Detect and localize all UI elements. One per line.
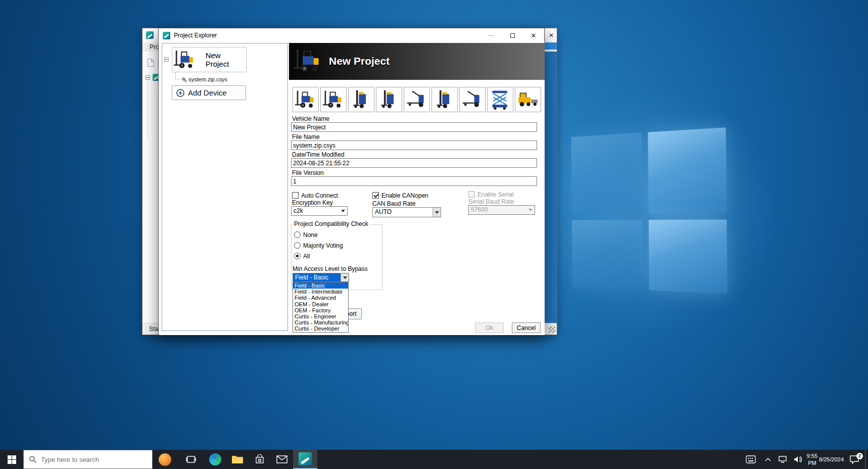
tree-node-label: New Project [206, 51, 246, 68]
min-access-select[interactable]: Field - Basic [293, 273, 349, 282]
dropdown-item[interactable]: OEM - Factory [293, 307, 348, 313]
compatibility-group-label: Project Compatibility Check [293, 220, 370, 227]
serial-baud-label: Serial Baud Rate [468, 198, 514, 205]
tree-collapse-icon[interactable] [164, 57, 169, 62]
dropdown-item[interactable]: Field - Basic [293, 283, 348, 289]
close-button[interactable]: ✕ [523, 28, 544, 42]
notification-badge: 2 [856, 453, 863, 459]
logo-pane [571, 132, 642, 214]
search-icon [29, 455, 37, 463]
date-modified-label: Date/Time Modified [292, 151, 345, 158]
enable-canopen-checkbox[interactable] [372, 192, 379, 199]
taskbar-explorer-button[interactable] [226, 450, 249, 469]
add-icon [176, 89, 184, 97]
vehicle-reach-truck-icon[interactable] [348, 87, 374, 112]
start-button[interactable] [0, 450, 23, 469]
encryption-key-select[interactable]: c2k [291, 206, 348, 216]
taskbar-mail-button[interactable] [271, 450, 293, 469]
auto-connect-checkbox[interactable] [292, 192, 299, 199]
taskbar-search[interactable] [23, 450, 153, 469]
desktop: ✕ Proj Stat Project Explorer ✕ [0, 0, 868, 469]
ok-button: Ok [475, 322, 504, 333]
dropdown-item[interactable]: Curtis - Manufacturing [293, 319, 348, 325]
tree-node-new-project[interactable]: New Project [172, 47, 247, 72]
dropdown-item[interactable]: Curtis - Developer [293, 325, 348, 332]
logo-pane [572, 220, 643, 290]
vehicle-three-wheel-icon[interactable] [320, 87, 347, 112]
tree-connector-line [175, 72, 181, 79]
can-baud-value: AUTO [373, 208, 432, 217]
compat-majority-radio[interactable] [294, 242, 301, 249]
dropdown-arrow-icon [526, 206, 535, 214]
vehicle-scissor-lift-icon[interactable] [487, 87, 513, 112]
enable-serial-checkbox [468, 191, 475, 198]
system-tray: 9:55 PM 8/25/2024 2 [741, 450, 868, 469]
dialog-titlebar[interactable]: Project Explorer ✕ [159, 28, 544, 42]
dropdown-arrow-icon [339, 207, 347, 215]
compat-all-radio[interactable] [294, 253, 301, 259]
tray-network-button[interactable] [775, 450, 790, 469]
weather-widget-button[interactable] [154, 450, 176, 469]
windows-logo-wallpaper [571, 127, 727, 294]
document-icon [148, 59, 154, 67]
file-version-input[interactable] [291, 176, 537, 186]
vehicle-walkie-stacker-icon[interactable] [431, 87, 458, 112]
vehicle-order-picker-icon[interactable] [376, 87, 402, 112]
dropdown-item[interactable]: Field - Advanced [293, 295, 348, 301]
file-name-input[interactable] [291, 140, 537, 150]
encryption-key-value: c2k [292, 207, 339, 215]
can-baud-select[interactable]: AUTO [372, 207, 441, 217]
add-device-button[interactable]: Add Device [172, 85, 246, 100]
dropdown-item[interactable]: Curtis - Engineer [293, 313, 348, 319]
tray-clock[interactable]: 9:55 PM 8/25/2024 [805, 450, 844, 469]
file-version-label: File Version [292, 169, 324, 176]
date-modified-input[interactable] [291, 158, 537, 168]
tray-volume-button[interactable] [790, 450, 805, 469]
add-device-label: Add Device [188, 88, 227, 97]
weather-icon [159, 453, 171, 466]
vehicle-type-row [293, 87, 541, 112]
project-explorer-dialog: Project Explorer ✕ New Project system.zi… [158, 28, 545, 335]
vehicle-name-input[interactable] [291, 122, 537, 132]
tree-expander-icon[interactable] [146, 75, 150, 80]
system-file-icon [181, 76, 187, 82]
dropdown-item[interactable]: Field - Intermediate [293, 289, 348, 295]
tree-node-system-file[interactable]: system.zip.csys [188, 76, 227, 82]
compat-majority-label: Majority Voting [303, 242, 343, 249]
tray-overflow-button[interactable] [761, 450, 775, 469]
taskbar-edge-button[interactable] [204, 450, 226, 469]
dialog-app-icon [163, 32, 170, 39]
vehicle-low-lifter-icon[interactable] [459, 87, 486, 112]
enable-serial-label: Enable Serial [477, 191, 513, 198]
search-input[interactable] [41, 456, 142, 463]
min-access-dropdown-list: Field - Basic Field - Intermediate Field… [293, 282, 349, 333]
vehicle-counterbalance-icon[interactable] [293, 87, 319, 112]
can-baud-label: CAN Baud Rate [372, 200, 415, 207]
dropdown-arrow-icon [341, 273, 349, 282]
task-view-icon [186, 455, 196, 464]
forklift-node-icon [173, 49, 197, 70]
vehicle-tow-tractor-icon[interactable] [515, 87, 541, 112]
close-icon: ✕ [531, 32, 537, 39]
task-view-button[interactable] [180, 450, 202, 469]
cancel-button[interactable]: Cancel [512, 322, 541, 333]
show-desktop-button[interactable] [865, 450, 868, 469]
vehicle-pallet-truck-icon[interactable] [404, 87, 430, 112]
taskbar-store-button[interactable] [249, 450, 271, 469]
taskbar-cit-app-button[interactable] [293, 450, 317, 469]
dropdown-item[interactable]: OEM - Dealer [293, 301, 348, 307]
dropdown-arrow-icon [432, 208, 441, 217]
tray-app-button[interactable] [741, 450, 761, 469]
maximize-button[interactable] [502, 28, 523, 42]
cit-app-icon [299, 452, 312, 465]
resize-grip[interactable] [549, 326, 555, 333]
action-center-button[interactable]: 2 [844, 450, 865, 469]
compat-none-radio[interactable] [294, 231, 301, 238]
vehicle-name-label: Vehicle Name [292, 115, 329, 122]
min-access-value: Field - Basic [293, 273, 341, 282]
minimize-button[interactable] [480, 28, 502, 42]
app-logo-icon [146, 31, 154, 39]
min-access-label: Min Access Level to Bypass [293, 265, 368, 272]
main-app-close-button[interactable]: ✕ [547, 31, 556, 40]
serial-baud-value: 57600 [469, 206, 526, 214]
